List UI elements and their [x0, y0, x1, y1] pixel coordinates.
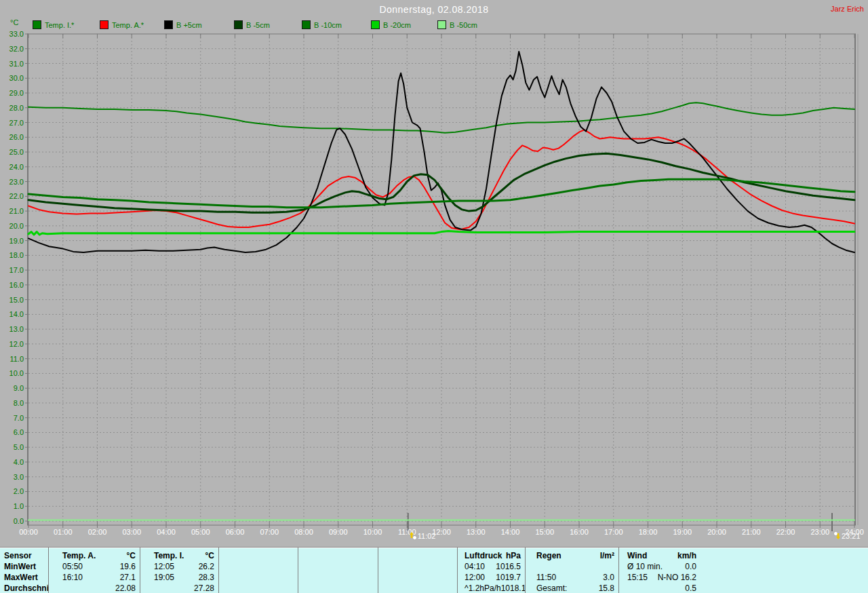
table-cell-row [526, 561, 618, 572]
y-tick-label: 6.0 [0, 428, 24, 436]
temperature-chart [0, 0, 868, 543]
y-tick-label: 27.0 [0, 119, 24, 127]
x-tick-label: 10:00 [358, 528, 388, 536]
cell-time: 12:05 [144, 561, 174, 572]
table-column-temp-i: Temp. I.°C12:0526.219:0528.327.28 [140, 548, 219, 593]
cell-time: 12:00 [462, 572, 485, 583]
table-cell-row: Ø 10 min.0.0 [619, 561, 701, 572]
cell-value: 1018.1 [501, 583, 525, 593]
y-tick-label: 20.0 [0, 222, 24, 230]
y-tick-label: 21.0 [0, 207, 24, 215]
table-column-empty-1 [219, 548, 298, 593]
x-tick-label: 09:00 [323, 528, 353, 536]
table-cell-row: 22.08 [49, 583, 140, 593]
series-temp-i [28, 102, 854, 133]
cell-time [530, 561, 536, 572]
table-cell-row: 04:101016.5 [458, 561, 525, 572]
y-tick-label: 24.0 [0, 163, 24, 171]
column-title: Wind [623, 550, 647, 561]
column-unit: °C [205, 550, 214, 561]
column-unit: km/h [677, 550, 696, 561]
cell-time: 19:05 [144, 572, 174, 583]
y-tick-label: 29.0 [0, 89, 24, 97]
y-tick-label: 11.0 [0, 355, 24, 363]
table-cell-row: 15:15N-NO 16.2 [619, 572, 701, 583]
cell-time [53, 583, 62, 593]
table-column-header: LuftdruckhPa [458, 550, 525, 561]
table-column-header [219, 550, 298, 561]
x-tick-label: 14:00 [496, 528, 526, 536]
y-tick-label: 1.0 [0, 502, 24, 510]
moonrise-icon [409, 531, 417, 540]
cell-value: 3.0 [603, 572, 614, 583]
y-tick-label: 0.0 [0, 517, 24, 525]
table-cell-row [298, 572, 378, 583]
x-tick-label: 00:00 [14, 528, 43, 536]
x-tick-label: 04:00 [151, 528, 181, 536]
cell-value: 27.28 [194, 583, 214, 593]
table-row-label: MaxWert [0, 572, 48, 583]
cell-value: 27.1 [120, 572, 136, 583]
table-column-sensor: SensorMinWertMaxWertDurchschnitt [0, 548, 49, 593]
y-tick-label: 18.0 [0, 251, 24, 259]
weather-chart-window: Donnerstag, 02.08.2018 Jarz Erich °C Tem… [0, 0, 868, 593]
y-tick-label: 26.0 [0, 133, 24, 141]
table-cell-row [378, 583, 457, 593]
y-tick-label: 19.0 [0, 237, 24, 245]
column-title: Temp. A. [53, 550, 96, 561]
y-tick-label: 7.0 [0, 414, 24, 422]
x-tick-label: 06:00 [220, 528, 250, 536]
table-cell-row [219, 572, 298, 583]
table-column-header: Temp. I.°C [140, 550, 218, 561]
cell-value: 0.0 [685, 561, 696, 572]
table-cell-row [219, 561, 298, 572]
cell-value: 1019.7 [496, 572, 521, 583]
statistics-table: SensorMinWertMaxWertDurchschnittTemp. A.… [0, 547, 868, 593]
x-tick-label: 16:00 [564, 528, 594, 536]
y-tick-label: 22.0 [0, 192, 24, 200]
y-tick-label: 5.0 [0, 443, 24, 451]
y-tick-label: 31.0 [0, 60, 24, 68]
table-column-header: Regenl/m² [526, 550, 618, 561]
x-tick-label: 23:00 [805, 528, 835, 536]
y-tick-label: 2.0 [0, 487, 24, 495]
cell-time: 05:50 [53, 561, 83, 572]
table-cell-row: Gesamt:15.8 [526, 583, 618, 593]
y-tick-label: 3.0 [0, 473, 24, 481]
x-tick-label: 05:00 [186, 528, 216, 536]
y-tick-label: 12.0 [0, 340, 24, 348]
column-unit: hPa [506, 550, 521, 561]
table-cell-row [298, 583, 378, 593]
table-cell-row: 12:001019.7 [458, 572, 525, 583]
marker-time-label: 23:21 [842, 532, 861, 540]
y-tick-label: 33.0 [0, 30, 24, 38]
cell-time: 04:10 [462, 561, 485, 572]
cell-value: 26.2 [199, 561, 214, 572]
cell-value: 28.3 [199, 572, 214, 583]
x-tick-label: 17:00 [599, 528, 629, 536]
table-cell-row [219, 583, 298, 593]
cell-time [623, 583, 627, 593]
table-row-label: Sensor [0, 550, 48, 561]
marker-2321: 23:21 [833, 531, 861, 540]
y-tick-label: 13.0 [0, 325, 24, 333]
cell-time: Gesamt: [530, 583, 567, 593]
column-title: Luftdruck [462, 550, 502, 561]
y-tick-label: 30.0 [0, 74, 24, 82]
x-tick-label: 21:00 [736, 528, 766, 536]
y-tick-label: 16.0 [0, 281, 24, 289]
y-tick-label: 32.0 [0, 45, 24, 53]
table-column-empty-3 [378, 548, 458, 593]
cell-time: ^1.2hPa/h [462, 583, 501, 593]
cell-time: Ø 10 min. [623, 561, 663, 572]
table-column-header: Windkm/h [619, 550, 701, 561]
table-column-empty-2 [298, 548, 378, 593]
x-tick-label: 07:00 [254, 528, 284, 536]
x-tick-label: 15:00 [530, 528, 559, 536]
x-tick-label: 20:00 [702, 528, 732, 536]
x-tick-label: 08:00 [289, 528, 319, 536]
table-cell-row: 27.28 [140, 583, 218, 593]
table-column-regen: Regenl/m²11:503.0Gesamt:15.8 [526, 548, 619, 593]
table-cell-row: 19:0528.3 [140, 572, 218, 583]
table-cell-row [378, 561, 457, 572]
